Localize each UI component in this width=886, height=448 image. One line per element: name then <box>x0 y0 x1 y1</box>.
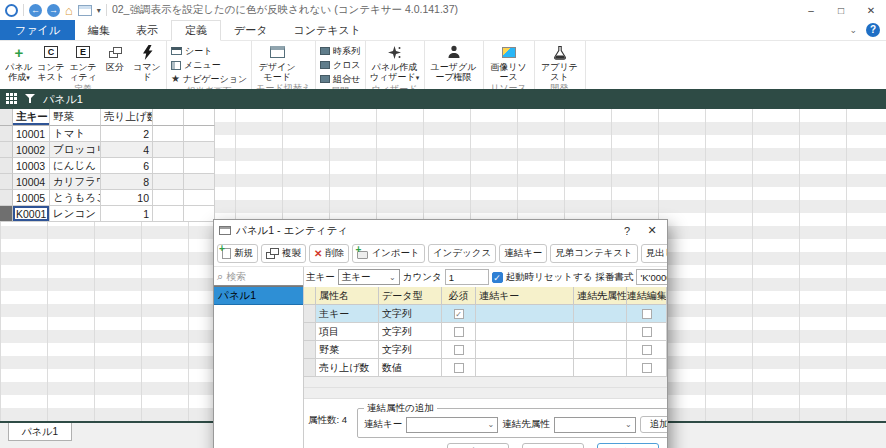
cross-button[interactable]: クロス <box>320 59 361 71</box>
col-link-target[interactable]: 連結先属性 <box>574 287 627 305</box>
data-type-cell[interactable]: 数値 <box>379 359 442 377</box>
col-attr-name[interactable]: 属性名 <box>316 287 379 305</box>
unify-heading-button[interactable]: 見出し統一 <box>641 244 667 263</box>
add-button[interactable]: 追加 <box>640 416 667 433</box>
minimize-button[interactable]: – <box>796 0 826 20</box>
entity-button[interactable]: E エンティティ <box>68 42 98 82</box>
tab-edit[interactable]: 編集 <box>75 20 123 40</box>
required-checkbox[interactable] <box>454 327 464 337</box>
attr-name-cell[interactable]: 項目 <box>316 323 379 341</box>
list-item-selected[interactable]: パネル1 <box>214 287 303 305</box>
data-type-cell[interactable]: 文字列 <box>379 305 442 323</box>
cell-sales[interactable]: 2 <box>101 126 153 142</box>
col-link-edit[interactable]: 連結編集 <box>627 287 667 305</box>
context-button[interactable]: C コンテキスト <box>36 42 66 82</box>
tab-context[interactable]: コンテキスト <box>281 20 375 40</box>
row-header[interactable] <box>304 305 316 323</box>
column-header-empty[interactable] <box>184 109 215 126</box>
col-required[interactable]: 必須 <box>442 287 476 305</box>
row-header[interactable] <box>304 341 316 359</box>
column-header-key[interactable]: 主キー <box>13 109 50 126</box>
quick-access-caret-icon[interactable]: ▾ <box>97 6 101 15</box>
timeseries-button[interactable]: 時系列 <box>320 45 361 57</box>
tab-data[interactable]: データ <box>221 20 281 40</box>
row-header[interactable] <box>0 109 13 126</box>
import-button[interactable]: インポート <box>352 244 424 263</box>
cell-vegetable[interactable]: トマト <box>50 126 101 142</box>
link-key-button[interactable]: 連結キー <box>499 244 547 263</box>
register-button[interactable]: 登録 <box>597 443 659 448</box>
link-edit-checkbox[interactable] <box>642 327 652 337</box>
search-input[interactable] <box>226 271 290 282</box>
row-header[interactable] <box>304 359 316 377</box>
link-edit-checkbox[interactable] <box>642 309 652 319</box>
sheet-button[interactable]: シート <box>171 45 247 57</box>
design-mode-button[interactable]: デザインモード <box>256 42 298 82</box>
row-header[interactable] <box>0 158 13 174</box>
attr-name-cell[interactable]: 野菜 <box>316 341 379 359</box>
row-header[interactable] <box>0 190 13 206</box>
combine-button[interactable]: 組合せ <box>320 73 361 85</box>
cell-key-selected[interactable]: K0001 <box>13 206 50 222</box>
counter-input[interactable] <box>445 269 489 285</box>
cell-key[interactable]: 10004 <box>13 174 50 190</box>
kubun-button[interactable]: 区分 <box>100 42 130 72</box>
cell-key[interactable]: 10005 <box>13 190 50 206</box>
user-group-permission-button[interactable]: ユーザグループ権限 <box>429 42 479 82</box>
navigation-button[interactable]: ★ ナビゲーション <box>171 73 247 85</box>
sibling-context-button[interactable]: 兄弟コンテキスト <box>550 244 637 263</box>
row-header[interactable] <box>0 142 13 158</box>
apply-button[interactable]: 適用 <box>447 443 509 448</box>
row-header[interactable] <box>0 126 13 142</box>
data-type-cell[interactable]: 文字列 <box>379 323 442 341</box>
filter-icon[interactable] <box>25 94 35 104</box>
data-type-cell[interactable]: 文字列 <box>379 341 442 359</box>
col-link-key[interactable]: 連結キー <box>476 287 574 305</box>
back-icon[interactable]: ← <box>29 4 42 17</box>
panel-tab[interactable]: パネル1 <box>8 423 72 441</box>
column-header-sales[interactable]: 売り上げ数 <box>101 109 153 126</box>
cell-sales[interactable]: 4 <box>101 142 153 158</box>
cell-vegetable[interactable]: とうもろこし <box>50 190 101 206</box>
column-header-empty[interactable] <box>153 109 184 126</box>
tab-file[interactable]: ファイル <box>0 20 75 40</box>
tab-define[interactable]: 定義 <box>171 20 221 41</box>
required-checkbox[interactable] <box>454 345 464 355</box>
link-edit-checkbox[interactable] <box>642 363 652 373</box>
required-checkbox-checked[interactable]: ✓ <box>454 309 464 319</box>
col-data-type[interactable]: データ型 <box>379 287 442 305</box>
index-button[interactable]: インデックス <box>428 244 496 263</box>
attr-name-cell[interactable]: 主キー <box>316 305 379 323</box>
menu-button[interactable]: メニュー <box>171 59 247 71</box>
panel-wizard-button[interactable]: パネル作成ウィザード▾ <box>370 42 420 83</box>
cell-key[interactable]: 10001 <box>13 126 50 142</box>
cell-key[interactable]: 10002 <box>13 142 50 158</box>
reset-checkbox[interactable]: ✓ <box>492 272 503 283</box>
attr-name-cell[interactable]: 売り上げ数 <box>316 359 379 377</box>
new-button[interactable]: 新規 <box>217 244 258 263</box>
panel-create-button[interactable]: + パネル作成▾ <box>4 42 34 83</box>
cell-vegetable[interactable]: にんじん <box>50 158 101 174</box>
pk-select[interactable]: 主キー ⌄ <box>338 269 400 285</box>
home-icon[interactable]: ⌂ <box>65 4 73 17</box>
row-header[interactable] <box>0 174 13 190</box>
numbering-input[interactable] <box>636 269 667 285</box>
cell-sales[interactable]: 6 <box>101 158 153 174</box>
image-resource-button[interactable]: 画像リソース <box>488 42 530 82</box>
app-test-button[interactable]: アプリテスト <box>539 42 581 82</box>
grid-icon[interactable] <box>6 93 17 106</box>
forward-icon[interactable]: → <box>47 4 60 17</box>
cell-vegetable[interactable]: カリフラワー <box>50 174 101 190</box>
dialog-help-button[interactable]: ? <box>617 225 637 237</box>
cell-vegetable[interactable]: レンコン <box>50 206 101 222</box>
tab-view[interactable]: 表示 <box>123 20 171 40</box>
cell-sales[interactable]: 8 <box>101 174 153 190</box>
command-button[interactable]: コマンド <box>132 42 162 82</box>
cell-key[interactable]: 10003 <box>13 158 50 174</box>
column-header-vegetable[interactable]: 野菜 <box>50 109 101 126</box>
collapse-ribbon-icon[interactable]: ⌄ <box>849 25 857 35</box>
link-edit-checkbox[interactable] <box>642 345 652 355</box>
link-key-select[interactable]: ⌄ <box>406 417 498 433</box>
required-checkbox[interactable] <box>454 363 464 373</box>
close-button[interactable]: ✕ <box>856 0 886 20</box>
